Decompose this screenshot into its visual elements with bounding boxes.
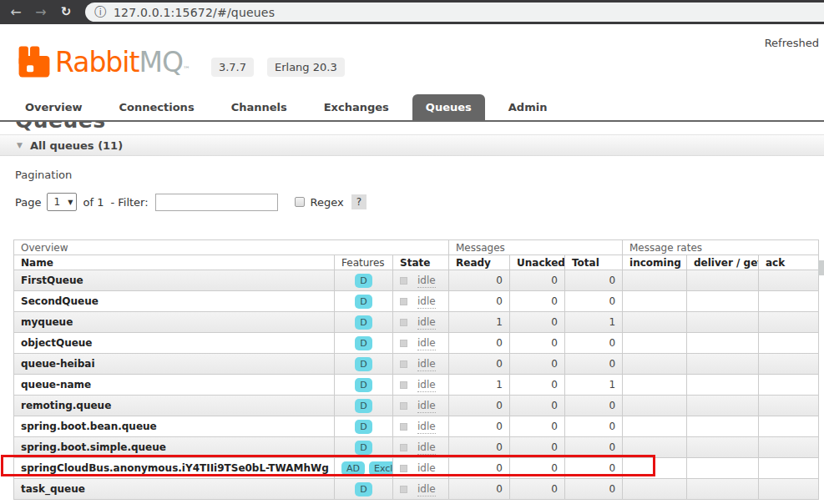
unacked-count: 0 — [510, 333, 565, 354]
incoming-rate — [623, 396, 687, 416]
tab-connections[interactable]: Connections — [106, 94, 208, 120]
col-features: Features — [335, 255, 393, 270]
feature-durable-badge: D — [355, 399, 372, 413]
forward-icon[interactable]: → — [28, 0, 53, 24]
queue-name-link[interactable]: SecondQueue — [14, 291, 335, 312]
queue-name-link[interactable]: task_queue — [14, 479, 335, 500]
ready-count: 0 — [449, 396, 510, 416]
back-icon[interactable]: ← — [3, 0, 28, 24]
page-title-clipped: Queues — [15, 122, 824, 133]
total-count: 0 — [565, 291, 623, 312]
ack-rate — [759, 375, 819, 396]
filter-input[interactable] — [155, 194, 278, 211]
ready-count: 0 — [449, 458, 510, 479]
tab-exchanges[interactable]: Exchanges — [311, 94, 402, 120]
feature-durable-badge: D — [355, 482, 372, 496]
tab-admin[interactable]: Admin — [495, 94, 561, 120]
deliver-get-rate — [687, 416, 759, 437]
unacked-count: 0 — [510, 479, 565, 500]
ready-count: 0 — [449, 270, 510, 291]
feature-durable-badge: D — [355, 378, 372, 392]
unacked-count: 0 — [510, 416, 565, 437]
col-unacked[interactable]: Unacked — [510, 255, 565, 270]
all-queues-section-header[interactable]: ▼ All queues (11) — [0, 134, 824, 156]
address-bar[interactable]: ⓘ 127.0.0.1:15672/#/queues — [85, 3, 824, 22]
ready-count: 1 — [449, 312, 510, 333]
state-text: idle — [417, 316, 436, 330]
tab-queues[interactable]: Queues — [412, 94, 485, 120]
page-info-icon[interactable]: ⓘ — [94, 5, 106, 20]
scrollbar-thumb[interactable] — [818, 260, 824, 275]
brand-rabbit: Rabbit — [55, 46, 139, 78]
deliver-get-rate — [687, 312, 759, 333]
queue-name-link[interactable]: queue-name — [14, 375, 335, 396]
ready-count: 1 — [449, 375, 510, 396]
of-pages-label: of 1 — [83, 196, 104, 209]
collapse-triangle-icon[interactable]: ▼ — [17, 141, 23, 149]
queue-name-link[interactable]: objectQueue — [14, 333, 335, 354]
regex-help-icon[interactable]: ? — [351, 194, 367, 209]
ready-count: 0 — [449, 479, 510, 500]
deliver-get-rate — [687, 375, 759, 396]
state-indicator-icon — [400, 360, 407, 368]
rabbitmq-logo-icon[interactable] — [18, 46, 50, 78]
state-text: idle — [417, 275, 436, 288]
pagination-controls: Page 1 ▼ of 1 - Filter: Regex ? — [15, 192, 824, 212]
state-indicator-icon — [400, 319, 407, 326]
ack-rate — [759, 416, 819, 437]
queue-name-link[interactable]: spring.boot.bean.queue — [14, 416, 335, 437]
feature-durable-badge: D — [355, 315, 372, 330]
incoming-rate — [623, 458, 687, 479]
url-text[interactable]: 127.0.0.1:15672/#/queues — [114, 6, 275, 19]
incoming-rate — [623, 437, 687, 458]
unacked-count: 0 — [510, 312, 565, 333]
state-text: idle — [417, 379, 436, 392]
queue-name-link[interactable]: remoting.queue — [14, 396, 335, 416]
col-state[interactable]: State — [393, 255, 449, 270]
page-number-select[interactable]: 1 ▼ — [47, 193, 77, 211]
total-count: 0 — [565, 437, 623, 458]
reload-icon[interactable]: ↻ — [53, 0, 78, 24]
ready-count: 0 — [449, 354, 510, 375]
col-name[interactable]: Name — [14, 255, 335, 270]
deliver-get-rate — [687, 396, 759, 416]
group-message-rates: Message rates — [623, 240, 819, 255]
feature-durable-badge: D — [355, 420, 372, 434]
state-indicator-icon — [400, 423, 407, 431]
col-deliver-get[interactable]: deliver / get — [687, 255, 759, 270]
table-row: queue-heibai D idle 0 0 0 — [14, 354, 819, 375]
col-total[interactable]: Total — [565, 255, 623, 270]
total-count: 0 — [565, 458, 623, 479]
regex-checkbox[interactable] — [295, 197, 305, 207]
col-incoming[interactable]: incoming — [623, 255, 687, 270]
col-ack[interactable]: ack — [759, 255, 819, 270]
queue-name-link[interactable]: queue-heibai — [14, 354, 335, 375]
table-row: queue-name D idle 1 0 1 — [14, 375, 819, 396]
total-count: 0 — [565, 270, 623, 291]
total-count: 0 — [565, 416, 623, 437]
tab-overview[interactable]: Overview — [12, 94, 96, 120]
queue-name-link[interactable]: myqueue — [14, 312, 335, 333]
queue-name-link[interactable]: spring.boot.simple.queue — [14, 437, 335, 458]
state-text: idle — [417, 462, 436, 476]
state-text: idle — [417, 400, 436, 413]
ack-rate — [759, 458, 819, 479]
queues-table: Overview Messages Message rates Name Fea… — [13, 239, 819, 500]
state-text: idle — [417, 295, 436, 309]
feature-durable-badge: D — [355, 295, 372, 309]
erlang-badge: Erlang 20.3 — [267, 58, 345, 77]
ack-rate — [759, 291, 819, 312]
col-ready[interactable]: Ready — [449, 255, 510, 270]
deliver-get-rate — [687, 333, 759, 354]
feature-durable-badge: D — [355, 441, 372, 455]
ack-rate — [759, 479, 819, 500]
total-count: 1 — [565, 375, 623, 396]
feature-durable-badge: D — [355, 336, 372, 350]
deliver-get-rate — [687, 458, 759, 479]
queue-name-link[interactable]: springCloudBus.anonymous.iY4TIIi9TSe0bL-… — [14, 458, 335, 479]
page-label: Page — [15, 196, 41, 209]
rabbitmq-page: Refreshed RabbitMQ™ 3.7.7 Erlang 20.3 Ov… — [0, 24, 824, 500]
tab-channels[interactable]: Channels — [218, 94, 301, 120]
queue-name-link[interactable]: FirstQueue — [14, 270, 335, 291]
brand-wordmark[interactable]: RabbitMQ™ — [55, 46, 190, 78]
